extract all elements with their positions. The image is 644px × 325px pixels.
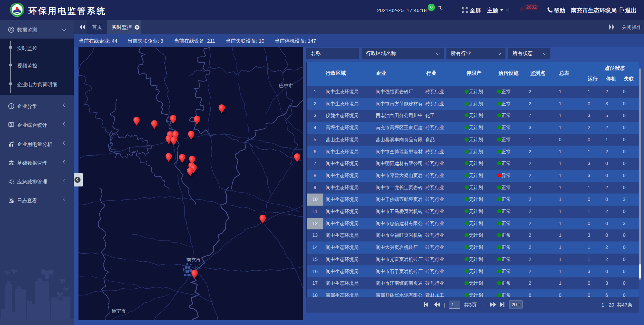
svg-text:巴中市: 巴中市 [279,83,293,88]
svg-text:南充市: 南充市 [186,257,201,263]
svg-text:遂宁市: 遂宁市 [112,308,126,314]
